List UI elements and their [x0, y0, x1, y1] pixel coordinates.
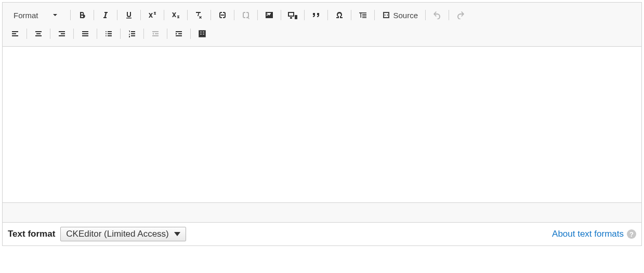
show-blocks-icon	[358, 11, 367, 19]
image-icon	[265, 11, 274, 19]
align-right-button[interactable]	[55, 26, 69, 41]
toolbar-separator	[117, 10, 117, 20]
toolbar-separator	[374, 10, 375, 20]
media-button[interactable]	[285, 8, 300, 22]
special-char-button[interactable]	[332, 8, 347, 22]
table-icon	[198, 30, 206, 38]
editor-footer: Text format CKEditor (Limited Access) Ab…	[3, 222, 641, 245]
blockquote-icon	[311, 11, 321, 19]
undo-button	[430, 8, 444, 22]
subscript-button[interactable]	[168, 8, 183, 22]
justify-icon	[81, 30, 89, 38]
link-button[interactable]	[215, 8, 230, 22]
remove-format-icon	[194, 11, 204, 19]
toolbar-separator	[50, 29, 50, 39]
editor-content-area[interactable]	[3, 47, 641, 202]
toolbar-separator	[190, 29, 191, 39]
blockquote-button[interactable]	[309, 8, 323, 22]
underline-button[interactable]	[122, 8, 136, 22]
toolbar-separator	[97, 29, 97, 39]
unlink-button	[239, 8, 253, 22]
text-format-select[interactable]: CKEditor (Limited Access)	[60, 227, 186, 241]
toolbar-separator	[94, 10, 94, 20]
indent-icon	[175, 30, 183, 38]
underline-icon	[125, 11, 133, 19]
toolbar-separator	[73, 29, 74, 39]
bulleted-list-icon	[104, 30, 113, 38]
special-char-icon	[335, 11, 344, 19]
toolbar-separator	[187, 10, 188, 20]
indent-button[interactable]	[172, 26, 186, 41]
toolbar-separator	[167, 29, 167, 39]
toolbar-separator	[234, 10, 234, 20]
caret-down-icon	[53, 14, 57, 16]
toolbar-row-1: Format	[8, 6, 636, 24]
toolbar-separator	[120, 29, 121, 39]
toolbar-separator	[327, 10, 328, 20]
outdent-icon	[151, 30, 160, 38]
source-button-label: Source	[393, 11, 418, 20]
superscript-button[interactable]	[145, 8, 160, 22]
italic-button[interactable]	[98, 8, 113, 22]
source-icon	[382, 11, 390, 19]
align-center-icon	[34, 30, 43, 38]
toolbar-row-2	[8, 24, 636, 43]
outdent-button	[148, 26, 163, 41]
subscript-icon	[171, 11, 180, 19]
text-format-label: Text format	[8, 229, 55, 239]
toolbar-separator	[70, 10, 71, 20]
bold-icon	[78, 11, 86, 19]
remove-format-button[interactable]	[192, 8, 206, 22]
toolbar-separator	[164, 10, 164, 20]
toolbar-separator	[257, 10, 258, 20]
toolbar-separator	[140, 10, 141, 20]
align-center-button[interactable]	[31, 26, 46, 41]
bulleted-list-button[interactable]	[101, 26, 116, 41]
unlink-icon	[241, 11, 251, 19]
link-icon	[218, 11, 227, 19]
editor-container: Format	[2, 2, 642, 246]
about-text-formats-label: About text formats	[552, 229, 624, 239]
toolbar-separator	[449, 10, 449, 20]
align-right-icon	[58, 30, 66, 38]
dropdown-triangle-icon	[174, 232, 180, 236]
toolbar-separator	[351, 10, 351, 20]
bold-button[interactable]	[75, 8, 89, 22]
toolbar-separator	[211, 10, 211, 20]
align-left-icon	[11, 30, 19, 38]
italic-icon	[101, 11, 110, 19]
editor-toolbar: Format	[3, 3, 641, 47]
superscript-icon	[148, 11, 157, 19]
undo-icon	[432, 11, 442, 19]
format-dropdown[interactable]: Format	[8, 8, 63, 22]
about-text-formats-link[interactable]: About text formats ?	[552, 229, 636, 239]
editor-resize-grip[interactable]	[3, 202, 641, 222]
media-icon	[287, 11, 298, 19]
numbered-list-icon	[128, 30, 136, 38]
numbered-list-button[interactable]	[125, 26, 139, 41]
toolbar-separator	[425, 10, 426, 20]
text-format-select-value: CKEditor (Limited Access)	[66, 229, 168, 239]
image-button[interactable]	[262, 8, 277, 22]
show-blocks-button[interactable]	[356, 8, 370, 22]
toolbar-separator	[27, 29, 27, 39]
redo-icon	[456, 11, 465, 19]
format-dropdown-label: Format	[14, 11, 38, 20]
toolbar-separator	[304, 10, 305, 20]
justify-button[interactable]	[78, 26, 93, 41]
source-button[interactable]: Source	[379, 8, 422, 22]
redo-button	[453, 8, 468, 22]
text-format-control: Text format CKEditor (Limited Access)	[8, 227, 186, 241]
toolbar-separator	[281, 10, 281, 20]
align-left-button[interactable]	[8, 26, 22, 41]
table-button[interactable]	[195, 26, 209, 41]
help-icon: ?	[627, 229, 636, 239]
toolbar-separator	[143, 29, 144, 39]
